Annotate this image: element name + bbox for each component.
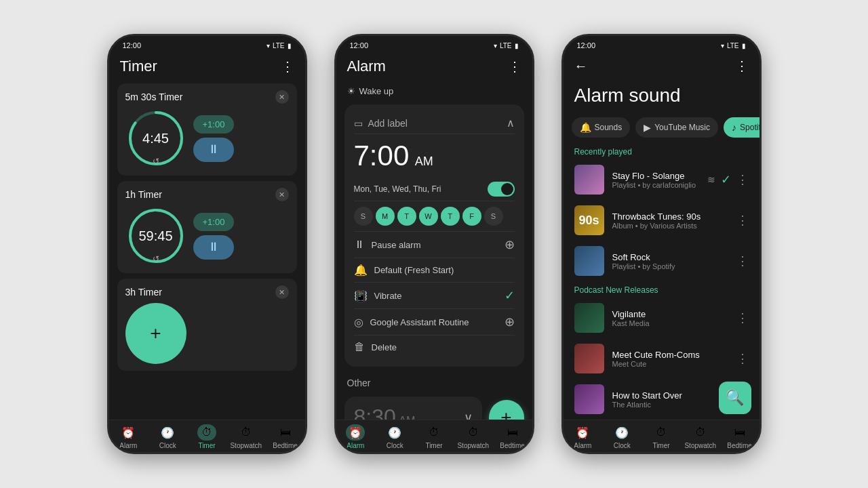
tab-youtube[interactable]: ▶ YouTube Music: [635, 117, 718, 138]
nav-bedtime-2[interactable]: 🛏 Bedtime: [493, 424, 532, 449]
nav-alarm-2[interactable]: ⏰ Alarm: [336, 424, 376, 449]
podcast-info-1: Vigilante Kast Media: [612, 309, 728, 327]
nav-timer-3[interactable]: ⏱ Timer: [642, 424, 681, 449]
more-icon-2[interactable]: ⋮: [736, 213, 749, 228]
day-f[interactable]: F: [462, 207, 481, 226]
nav-label-alarm-1: Alarm: [119, 442, 137, 449]
nav-clock-3[interactable]: 🕐 Clock: [602, 424, 642, 449]
day-t2[interactable]: T: [441, 207, 460, 226]
bell-icon: 🔔: [354, 264, 368, 277]
sound-info-1: Stay Flo - Solange Playlist • by carlafc…: [612, 171, 699, 189]
nav-alarm-3[interactable]: ⏰ Alarm: [564, 424, 603, 449]
nav-alarm-1[interactable]: ⏰ Alarm: [109, 424, 149, 449]
timer-1-refresh[interactable]: ↺: [153, 157, 159, 166]
alarm-icon-1: ⏰: [119, 424, 138, 441]
nav-label-timer-1: Timer: [198, 442, 215, 449]
tab-sounds[interactable]: 🔔 Sounds: [572, 117, 631, 138]
alarm-time-row: 7:00 AM: [354, 134, 515, 178]
check-icon-1: ✓: [721, 172, 731, 187]
nav-stopwatch-1[interactable]: ⏱ Stopwatch: [226, 424, 266, 449]
tab-spotify[interactable]: ♪ Spotify: [724, 117, 759, 138]
podcast-item-1[interactable]: Vigilante Kast Media ⋮: [564, 298, 760, 338]
more-icon-3[interactable]: ⋮: [736, 253, 749, 268]
timer-1-name: 5m 30s Timer: [125, 92, 183, 102]
nav-bedtime-3[interactable]: 🛏 Bedtime: [720, 424, 760, 449]
podcast-label: Podcast New Releases: [564, 281, 760, 298]
nav-label-clock-2: Clock: [387, 442, 403, 449]
timer-2-refresh[interactable]: ↺: [153, 254, 159, 264]
wake-up-label: ☀ Wake up: [347, 86, 521, 96]
clock-icon-2: 🕐: [385, 424, 404, 441]
time-1: 12:00: [123, 41, 142, 49]
battery-icon-2: ▮: [515, 42, 519, 49]
sound-item-3[interactable]: Soft Rock Playlist • by Spotify ⋮: [564, 241, 760, 281]
sound-item-2[interactable]: 90s Throwback Tunes: 90s Album • by Vari…: [564, 200, 760, 241]
timer-item-3: 3h Timer ✕ +: [117, 279, 297, 371]
nav-clock-1[interactable]: 🕐 Clock: [148, 424, 187, 449]
add-label-text: Add label: [368, 118, 408, 129]
timer-3-close[interactable]: ✕: [275, 285, 289, 299]
more-icon-1[interactable]: ⋮: [736, 172, 749, 187]
timer-3-add[interactable]: +: [125, 303, 186, 364]
timer-content: 5m 30s Timer ✕ 4:45 ↺ +1:00 ⏸: [109, 81, 305, 420]
sound-actions-3: ⋮: [736, 253, 749, 268]
nav-bedtime-1[interactable]: 🛏 Bedtime: [266, 424, 305, 449]
tab-sounds-label: Sounds: [595, 123, 623, 132]
day-w[interactable]: W: [419, 207, 438, 226]
timer-2-plus[interactable]: +1:00: [193, 213, 235, 231]
add-alarm-fab[interactable]: +: [489, 400, 524, 420]
thumb-4: [574, 303, 604, 333]
vibrate-text: Vibrate: [374, 291, 402, 301]
bedtime-icon-1: 🛏: [276, 424, 295, 441]
more-icon-timer[interactable]: ⋮: [281, 58, 294, 75]
wifi-icon-2: ▾: [494, 42, 497, 49]
timer-2-circle: 59:45 ↺: [125, 205, 186, 266]
more-icon-sound[interactable]: ⋮: [735, 58, 749, 74]
bottom-nav-2: ⏰ Alarm 🕐 Clock ⏱ Timer ⏱ Stopwatch 🛏 Be…: [336, 420, 532, 452]
day-s2[interactable]: S: [484, 207, 503, 226]
app-header-alarm: Alarm ⋮: [336, 52, 532, 81]
timer-2-close[interactable]: ✕: [275, 188, 289, 201]
search-fab[interactable]: 🔍: [719, 382, 751, 414]
timer-2-pause[interactable]: ⏸: [193, 235, 234, 260]
phone-alarm: 12:00 ▾ LTE ▮ Alarm ⋮ ☀ Wake up ▭: [334, 34, 534, 454]
sound-sub-2: Album • by Various Artists: [612, 222, 728, 230]
vibrate-row[interactable]: 📳 Vibrate ✓: [354, 283, 515, 309]
timer-1-pause[interactable]: ⏸: [193, 138, 234, 162]
nav-clock-2[interactable]: 🕐 Clock: [375, 424, 414, 449]
nav-timer-1[interactable]: ⏱ Timer: [187, 424, 226, 449]
pause-plus-icon[interactable]: ⊕: [505, 237, 515, 252]
bedtime-icon-2: 🛏: [503, 424, 522, 441]
podcast-more-1[interactable]: ⋮: [736, 310, 749, 325]
nav-timer-2[interactable]: ⏱ Timer: [414, 424, 454, 449]
timer-1-close[interactable]: ✕: [275, 90, 289, 104]
delete-row[interactable]: 🗑 Delete: [354, 336, 515, 359]
timer-icon-3: ⏱: [652, 424, 671, 441]
nav-stopwatch-3[interactable]: ⏱ Stopwatch: [681, 424, 720, 449]
alarm-toggle[interactable]: [488, 182, 515, 197]
wifi-icon-1: ▾: [267, 42, 270, 49]
assistant-row[interactable]: ◎ Google Assistant Routine ⊕: [354, 309, 515, 336]
timer-1-plus[interactable]: +1:00: [193, 115, 235, 134]
nav-label-timer-2: Timer: [425, 442, 442, 449]
status-bar-1: 12:00 ▾ LTE ▮: [109, 36, 305, 52]
podcast-item-2[interactable]: Meet Cute Rom-Coms Meet Cute ⋮: [564, 338, 760, 379]
chevron-down-2[interactable]: ∨: [464, 410, 473, 420]
day-t1[interactable]: T: [397, 207, 416, 226]
timer-1-time: 4:45: [142, 131, 169, 146]
thumb-5: [574, 344, 604, 373]
signal-2: LTE: [500, 42, 512, 49]
sound-item-1[interactable]: Stay Flo - Solange Playlist • by carlafc…: [564, 159, 760, 200]
podcast-more-2[interactable]: ⋮: [736, 351, 749, 366]
assistant-plus-icon[interactable]: ⊕: [505, 314, 515, 329]
pause-icon: ⏸: [354, 239, 365, 251]
podcast-title-2: Meet Cute Rom-Coms: [612, 350, 728, 360]
nav-stopwatch-2[interactable]: ⏱ Stopwatch: [454, 424, 493, 449]
chevron-up-icon[interactable]: ∧: [507, 117, 515, 129]
day-m[interactable]: M: [376, 207, 395, 226]
app-title-timer: Timer: [120, 58, 157, 75]
day-s1[interactable]: S: [354, 207, 373, 226]
sound-row[interactable]: 🔔 Default (Fresh Start): [354, 258, 515, 283]
back-icon[interactable]: ←: [574, 58, 588, 74]
more-icon-alarm[interactable]: ⋮: [508, 58, 521, 75]
